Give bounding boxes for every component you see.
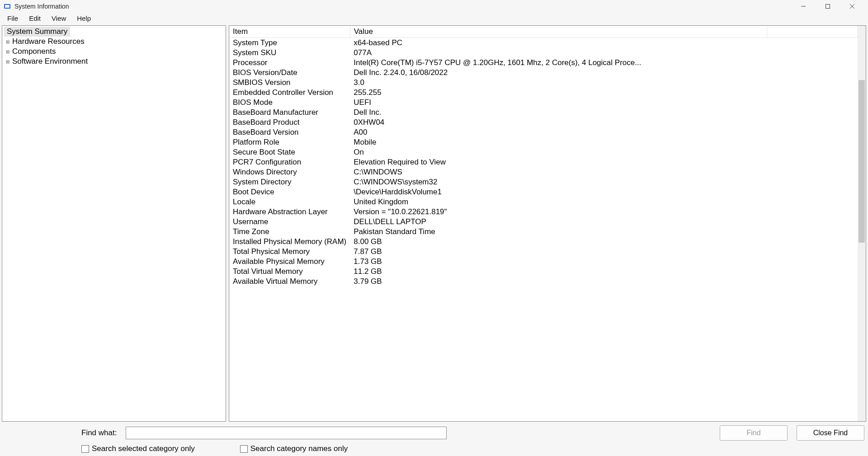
table-row[interactable]: System Typex64-based PC	[229, 38, 858, 48]
table-row[interactable]: BaseBoard ManufacturerDell Inc.	[229, 108, 858, 118]
table-row[interactable]: Time ZonePakistan Standard Time	[229, 227, 858, 237]
cell-value: On	[350, 147, 767, 157]
cell-item: Available Virtual Memory	[229, 277, 350, 287]
cell-item: BaseBoard Version	[229, 127, 350, 137]
table-row[interactable]: UsernameDELL\DELL LAPTOP	[229, 217, 858, 227]
table-row[interactable]: ProcessorIntel(R) Core(TM) i5-7Y57 CPU @…	[229, 58, 858, 68]
table-row[interactable]: Total Physical Memory7.87 GB	[229, 247, 858, 257]
table-row[interactable]: BIOS Version/DateDell Inc. 2.24.0, 16/08…	[229, 68, 858, 78]
table-row[interactable]: BaseBoard VersionA00	[229, 127, 858, 137]
table-row[interactable]: Boot Device\Device\HarddiskVolume1	[229, 187, 858, 197]
cell-value: Mobile	[350, 137, 767, 147]
tree-item[interactable]: ⊞Components	[4, 47, 224, 56]
table-row[interactable]: LocaleUnited Kingdom	[229, 197, 858, 207]
table-row[interactable]: BIOS ModeUEFI	[229, 98, 858, 108]
cell-item: System Type	[229, 38, 350, 48]
vertical-scrollbar[interactable]	[858, 26, 866, 421]
expand-icon[interactable]: ⊞	[5, 39, 10, 44]
cell-item: Secure Boot State	[229, 147, 350, 157]
cell-item: System Directory	[229, 177, 350, 187]
cell-item: Platform Role	[229, 137, 350, 147]
close-button[interactable]	[842, 0, 863, 13]
column-header-value[interactable]: Value	[350, 26, 767, 38]
window-title: System Information	[14, 3, 69, 10]
cell-value: 3.0	[350, 78, 767, 88]
table-row[interactable]: Hardware Abstraction LayerVersion = "10.…	[229, 207, 858, 217]
titlebar: System Information	[0, 0, 868, 13]
close-find-button[interactable]: Close Find	[797, 425, 864, 441]
cell-value: 11.2 GB	[350, 267, 767, 277]
scrollbar-thumb[interactable]	[859, 80, 865, 243]
cell-item: Embedded Controller Version	[229, 88, 350, 98]
cell-value: Intel(R) Core(TM) i5-7Y57 CPU @ 1.20GHz,…	[350, 58, 767, 68]
cell-item: Total Physical Memory	[229, 247, 350, 257]
table-row[interactable]: System DirectoryC:\WINDOWS\system32	[229, 177, 858, 187]
find-button[interactable]: Find	[720, 425, 788, 441]
main-content: System Summary ⊞Hardware Resources⊞Compo…	[0, 24, 868, 422]
cell-value: x64-based PC	[350, 38, 767, 48]
cell-value: A00	[350, 127, 767, 137]
cell-item: Boot Device	[229, 187, 350, 197]
cell-item: Time Zone	[229, 227, 350, 237]
cell-value: 3.79 GB	[350, 277, 767, 287]
cell-value: 255.255	[350, 88, 767, 98]
minimize-button[interactable]	[793, 0, 814, 13]
details-table: Item Value System Typex64-based PCSystem…	[229, 26, 858, 287]
menu-view[interactable]: View	[46, 14, 71, 23]
table-row[interactable]: Embedded Controller Version255.255	[229, 88, 858, 98]
cell-item: Hardware Abstraction Layer	[229, 207, 350, 217]
category-tree-pane: System Summary ⊞Hardware Resources⊞Compo…	[2, 25, 226, 422]
cell-value: 1.73 GB	[350, 257, 767, 267]
table-row[interactable]: Secure Boot StateOn	[229, 147, 858, 157]
cell-item: Locale	[229, 197, 350, 207]
tree-root-system-summary[interactable]: System Summary	[4, 27, 70, 37]
cell-value: 8.00 GB	[350, 237, 767, 247]
cell-item: Processor	[229, 58, 350, 68]
cell-value: Dell Inc. 2.24.0, 16/08/2022	[350, 68, 767, 78]
table-row[interactable]: PCR7 ConfigurationElevation Required to …	[229, 157, 858, 167]
maximize-button[interactable]	[817, 0, 838, 13]
tree-item-label: Components	[12, 47, 56, 56]
table-row[interactable]: Available Physical Memory1.73 GB	[229, 257, 858, 267]
cell-item: BIOS Version/Date	[229, 68, 350, 78]
column-header-blank[interactable]	[767, 26, 858, 38]
table-row[interactable]: Windows DirectoryC:\WINDOWS	[229, 167, 858, 177]
cell-value: C:\WINDOWS\system32	[350, 177, 767, 187]
table-row[interactable]: Available Virtual Memory3.79 GB	[229, 277, 858, 287]
cell-item: PCR7 Configuration	[229, 157, 350, 167]
cell-item: BIOS Mode	[229, 98, 350, 108]
tree-item[interactable]: ⊞Software Environment	[4, 56, 224, 66]
table-row[interactable]: System SKU077A	[229, 48, 858, 58]
table-row[interactable]: SMBIOS Version3.0	[229, 78, 858, 88]
find-input[interactable]	[126, 427, 447, 439]
cell-item: BaseBoard Manufacturer	[229, 108, 350, 118]
checkbox-label: Search category names only	[250, 444, 348, 453]
expand-icon[interactable]: ⊞	[5, 49, 10, 54]
cell-item: SMBIOS Version	[229, 78, 350, 88]
details-pane: Item Value System Typex64-based PCSystem…	[229, 25, 866, 422]
checkbox-search-category-names[interactable]: Search category names only	[240, 444, 348, 453]
table-row[interactable]: Platform RoleMobile	[229, 137, 858, 147]
menu-help[interactable]: Help	[71, 14, 96, 23]
cell-item: Available Physical Memory	[229, 257, 350, 267]
app-icon	[4, 3, 11, 10]
table-row[interactable]: Installed Physical Memory (RAM)8.00 GB	[229, 237, 858, 247]
column-header-item[interactable]: Item	[229, 26, 350, 38]
tree-item[interactable]: ⊞Hardware Resources	[4, 37, 224, 47]
menu-edit[interactable]: Edit	[24, 14, 46, 23]
menubar: File Edit View Help	[0, 13, 868, 24]
menu-file[interactable]: File	[2, 14, 24, 23]
expand-icon[interactable]: ⊞	[5, 59, 10, 64]
checkbox-search-selected-category[interactable]: Search selected category only	[81, 444, 195, 453]
cell-value: \Device\HarddiskVolume1	[350, 187, 767, 197]
find-panel: Find what: Find Close Find Search select…	[0, 422, 868, 456]
cell-value: 0XHW04	[350, 118, 767, 127]
cell-value: UEFI	[350, 98, 767, 108]
table-row[interactable]: BaseBoard Product0XHW04	[229, 118, 858, 127]
cell-item: Windows Directory	[229, 167, 350, 177]
cell-value: Version = "10.0.22621.819"	[350, 207, 767, 217]
cell-value: 7.87 GB	[350, 247, 767, 257]
cell-value: C:\WINDOWS	[350, 167, 767, 177]
svg-rect-1	[5, 5, 9, 8]
table-row[interactable]: Total Virtual Memory11.2 GB	[229, 267, 858, 277]
